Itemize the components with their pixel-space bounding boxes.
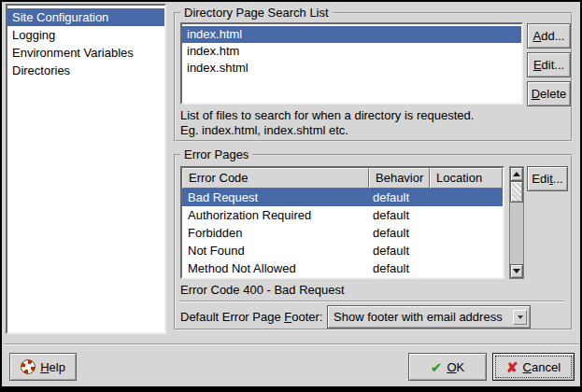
sidebar-item-environment-variables[interactable]: Environment Variables: [7, 44, 164, 62]
footer-select-value: Show footer with email address: [328, 310, 513, 324]
directory-search-frame: Directory Page Search List index.html in…: [174, 12, 573, 142]
help-button[interactable]: Help: [9, 353, 77, 381]
error-table-scrollbar[interactable]: [509, 166, 524, 279]
sidebar-item-directories[interactable]: Directories: [7, 62, 164, 79]
default-error-page-footer-label: Default Error Page Footer:: [180, 310, 322, 324]
directory-search-description-line1: List of files to search for when a direc…: [180, 108, 474, 122]
scroll-down-button[interactable]: [510, 264, 523, 278]
check-icon: ✔: [431, 360, 443, 374]
footer-separator: [179, 301, 564, 302]
edit-error-page-button[interactable]: Edit...: [527, 166, 568, 191]
error-pages-frame-title: Error Pages: [180, 147, 252, 162]
table-header-row: Error Code Behavior Location: [182, 168, 503, 189]
add-button[interactable]: Add...: [527, 23, 571, 49]
error-pages-frame: Error Pages Error Code Behavior Location…: [174, 154, 573, 330]
scrollbar-thumb[interactable]: [510, 181, 523, 203]
x-icon: ✘: [506, 360, 518, 374]
arrow-down-icon: [513, 269, 520, 273]
default-error-page-footer-select[interactable]: Show footer with email address: [327, 305, 531, 329]
list-item-index-htm[interactable]: index.htm: [182, 43, 521, 60]
table-row[interactable]: Authorization Required default: [182, 206, 503, 224]
table-row[interactable]: Bad Request default: [182, 189, 503, 206]
table-row[interactable]: Method Not Allowed default: [182, 259, 503, 277]
list-item-index-html[interactable]: index.html: [182, 26, 521, 43]
error-pages-table: Error Code Behavior Location Bad Request…: [180, 166, 504, 279]
scroll-up-button[interactable]: [510, 167, 523, 181]
error-code-status: Error Code 400 - Bad Request: [180, 283, 345, 297]
chevron-down-icon: [513, 310, 527, 325]
cancel-button[interactable]: ✘ Cancel: [492, 353, 575, 381]
list-item-index-shtml[interactable]: index.shtml: [182, 60, 521, 77]
action-bar-separator: [4, 343, 579, 345]
httpd-config-window: Site Configuration Logging Environment V…: [0, 0, 582, 392]
sidebar-item-site-configuration[interactable]: Site Configuration: [7, 8, 164, 26]
delete-button[interactable]: Delete: [527, 81, 571, 106]
directory-page-list: index.html index.htm index.shtml: [180, 22, 523, 105]
directory-search-description-line2: Eg. index.html, index.shtml etc.: [180, 123, 348, 137]
category-list: Site Configuration Logging Environment V…: [6, 4, 166, 334]
sidebar-item-logging[interactable]: Logging: [7, 26, 164, 44]
life-preserver-icon: [21, 359, 35, 374]
directory-search-frame-title: Directory Page Search List: [180, 6, 333, 21]
column-header-location[interactable]: Location: [430, 168, 503, 189]
arrow-up-icon: [513, 172, 520, 176]
table-row[interactable]: Forbidden default: [182, 224, 503, 242]
edit-button[interactable]: Edit...: [527, 52, 571, 77]
column-header-error-code[interactable]: Error Code: [182, 168, 369, 189]
column-header-behavior[interactable]: Behavior: [369, 168, 430, 189]
ok-button[interactable]: ✔ OK: [408, 353, 487, 381]
table-row[interactable]: Not Found default: [182, 242, 503, 259]
